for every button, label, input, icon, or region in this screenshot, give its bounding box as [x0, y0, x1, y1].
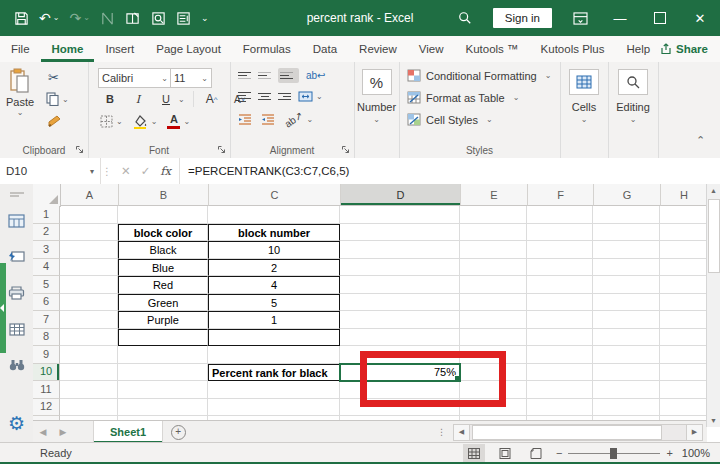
- bold-button[interactable]: B: [100, 90, 120, 108]
- zoom-level[interactable]: 100%: [682, 447, 710, 459]
- sign-in-button[interactable]: Sign in: [493, 8, 552, 28]
- cell-F1[interactable]: [527, 206, 593, 224]
- cell-F10[interactable]: [527, 364, 593, 382]
- cell-D6[interactable]: [340, 294, 460, 312]
- bottom-align-button[interactable]: [278, 68, 299, 83]
- cell-H10[interactable]: [660, 364, 707, 382]
- tab-kutools-plus[interactable]: Kutools Plus: [530, 36, 616, 62]
- horizontal-scrollbar[interactable]: [470, 424, 686, 441]
- row-header-6[interactable]: 6: [33, 294, 60, 312]
- cell-D1[interactable]: [340, 206, 460, 224]
- cell-D2[interactable]: [340, 224, 460, 242]
- cell-G7[interactable]: [593, 311, 660, 329]
- cell-H7[interactable]: [660, 311, 707, 329]
- tab-page-layout[interactable]: Page Layout: [145, 36, 232, 62]
- cell-E1[interactable]: [460, 206, 527, 224]
- vertical-scroll-thumb[interactable]: [708, 199, 720, 273]
- cells-button[interactable]: Cells ⌄: [560, 69, 608, 124]
- cell-A4[interactable]: [60, 259, 118, 277]
- close-button[interactable]: ✕: [680, 0, 720, 36]
- number-format-button[interactable]: % Number ⌄: [354, 69, 399, 124]
- maximize-button[interactable]: [640, 0, 680, 36]
- form-list-icon[interactable]: [176, 11, 191, 26]
- cell-A6[interactable]: [60, 294, 118, 312]
- cell-F6[interactable]: [527, 294, 593, 312]
- binoculars-icon[interactable]: [0, 359, 33, 371]
- cell-B10[interactable]: [118, 364, 208, 382]
- cell-G8[interactable]: [593, 329, 660, 347]
- tab-review[interactable]: Review: [348, 36, 408, 62]
- align-left-button[interactable]: [238, 90, 251, 104]
- cell-H5[interactable]: [660, 276, 707, 294]
- enter-icon[interactable]: ✓: [141, 164, 151, 178]
- zoom-slider-handle[interactable]: [610, 448, 617, 459]
- cell-B7[interactable]: Purple: [118, 311, 208, 329]
- tab-kutools[interactable]: Kutools ™: [455, 36, 530, 62]
- fill-color-button[interactable]: ⌄: [133, 115, 158, 129]
- cell-G6[interactable]: [593, 294, 660, 312]
- cell-A3[interactable]: [60, 241, 118, 259]
- copy-button[interactable]: ⌄: [46, 92, 69, 106]
- merge-center-button[interactable]: ⌄: [298, 91, 323, 102]
- cell-C5[interactable]: 4: [208, 276, 340, 294]
- conditional-formatting-button[interactable]: Conditional Formatting⌄: [407, 69, 551, 82]
- cell-A2[interactable]: [60, 224, 118, 242]
- row-header-5[interactable]: 5: [33, 276, 60, 294]
- cell-E4[interactable]: [460, 259, 527, 277]
- format-painter-button[interactable]: [47, 114, 62, 128]
- column-header-B[interactable]: B: [119, 184, 209, 206]
- redo-button[interactable]: ↷⌄: [69, 11, 89, 25]
- cell-G5[interactable]: [593, 276, 660, 294]
- flash-pane-icon[interactable]: [0, 250, 33, 263]
- increase-font-size-button[interactable]: A^: [202, 90, 222, 108]
- cell-G2[interactable]: [593, 224, 660, 242]
- alignment-dialog-launcher[interactable]: [341, 145, 351, 155]
- cell-H4[interactable]: [660, 259, 707, 277]
- increase-indent-button[interactable]: [261, 114, 275, 125]
- hscroll-right-arrow-icon[interactable]: ▶: [686, 424, 703, 441]
- page-break-preview-button[interactable]: [525, 444, 547, 462]
- row-header-11[interactable]: 11: [33, 381, 60, 399]
- share-button[interactable]: Share: [660, 43, 708, 55]
- tab-file[interactable]: File: [0, 36, 41, 62]
- tab-data[interactable]: Data: [302, 36, 348, 62]
- cell-E2[interactable]: [460, 224, 527, 242]
- center-button[interactable]: [258, 91, 271, 102]
- cell-F3[interactable]: [527, 241, 593, 259]
- cell-A1[interactable]: [60, 206, 118, 224]
- cell-B8[interactable]: [118, 329, 208, 347]
- row-header-10[interactable]: 10: [33, 364, 60, 382]
- font-dialog-launcher[interactable]: [217, 145, 227, 155]
- cell-E3[interactable]: [460, 241, 527, 259]
- row-header-1[interactable]: 1: [33, 206, 60, 224]
- cell-A9[interactable]: [60, 346, 118, 364]
- align-right-button[interactable]: [278, 91, 291, 102]
- cell-C1[interactable]: [208, 206, 340, 224]
- cell-B9[interactable]: [118, 346, 208, 364]
- cell-B6[interactable]: Green: [118, 294, 208, 312]
- cell-C3[interactable]: 10: [208, 241, 340, 259]
- cell-C9[interactable]: [208, 346, 340, 364]
- horizontal-scroll-thumb[interactable]: [472, 425, 662, 440]
- font-size-combo[interactable]: 11⌄: [170, 68, 212, 88]
- wrap-text-button[interactable]: ab↩: [306, 70, 326, 81]
- cell-A11[interactable]: [60, 381, 118, 399]
- undo-button[interactable]: ↶⌄: [39, 11, 59, 25]
- cell-H11[interactable]: [660, 381, 707, 399]
- cell-G4[interactable]: [593, 259, 660, 277]
- cell-H8[interactable]: [660, 329, 707, 347]
- cell-H1[interactable]: [660, 206, 707, 224]
- column-header-C[interactable]: C: [209, 184, 341, 206]
- cell-F2[interactable]: [527, 224, 593, 242]
- minimize-button[interactable]: —: [600, 0, 640, 36]
- cell-C11[interactable]: [208, 381, 340, 399]
- scroll-up-arrow-icon[interactable]: ▲: [707, 184, 720, 197]
- cell-G12[interactable]: [593, 399, 660, 417]
- print-preview-icon[interactable]: [151, 11, 166, 26]
- sheet-nav-right-icon[interactable]: ▶: [53, 421, 73, 443]
- page-layout-view-button[interactable]: [494, 444, 516, 462]
- tab-home[interactable]: Home: [41, 36, 95, 62]
- sheet-tab-sheet1[interactable]: Sheet1: [93, 421, 163, 443]
- cell-C7[interactable]: 1: [208, 311, 340, 329]
- search-icon[interactable]: [445, 0, 485, 36]
